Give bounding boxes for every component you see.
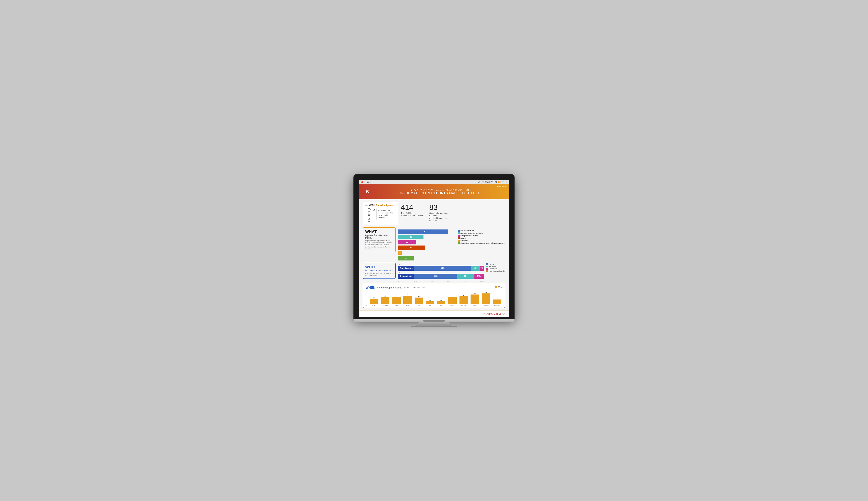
page-number: Page 1 of 4 bbox=[497, 185, 506, 188]
legend-label-text: Stalking bbox=[461, 237, 466, 239]
when-month-value: 43 bbox=[463, 295, 465, 296]
stat-total-label: Total # of ReportsMade to the Title IX O… bbox=[401, 212, 424, 217]
finder-label[interactable]: Finder bbox=[366, 181, 371, 183]
stat-supportive-label: Community members requested &received Su… bbox=[429, 212, 454, 222]
who-x-axis: 0% 20% 40% 60% 80% 100% bbox=[398, 280, 484, 282]
who-respondents-bar: Respondents60%23%14% bbox=[398, 274, 484, 279]
what-legend-item: Discrimination/Harassment based on Sexua… bbox=[458, 242, 505, 244]
macbook-frame: 🍎 Finder 🔈 ⬡ Sun 1:44 PM 📶 🔍 ≡ bbox=[354, 174, 514, 327]
what-bar-7: 7 bbox=[398, 250, 456, 255]
legend-color-box bbox=[458, 237, 460, 239]
checkbox-box-2324[interactable]: ✓ bbox=[365, 209, 367, 211]
who-complainants-block: 23-24Complainants81%12%6% bbox=[398, 264, 484, 271]
when-month-bar bbox=[426, 301, 434, 304]
checkbox-box-2223[interactable] bbox=[365, 214, 367, 216]
what-legend-item: Dating/Domestic Violence bbox=[458, 235, 505, 237]
gear-icon: ⚙ bbox=[372, 208, 375, 212]
when-month-label: November bbox=[483, 305, 489, 306]
who-charts-container: 23-24Complainants81%12%6%23-24Respondent… bbox=[398, 264, 484, 279]
checkbox-2122[interactable]: 21-22 bbox=[365, 218, 371, 222]
top-row: — AY (1) Data Configurator ✓ 23-24 bbox=[363, 202, 505, 225]
report-page: ⛨ TITLE IX ANNUAL REPORT (AY 2023 - 24) … bbox=[359, 184, 509, 317]
who-desc: A report is any information shared with … bbox=[365, 273, 393, 277]
stat-supportive-number: 83 bbox=[429, 204, 454, 211]
who-complainants-title: Complainants bbox=[398, 266, 414, 271]
who-chart-area: 23-24Complainants81%12%6%23-24Respondent… bbox=[398, 263, 484, 282]
config-row: ✓ 23-24 22-23 21-22 bbox=[365, 208, 396, 223]
what-bar-210: 210 bbox=[398, 229, 456, 234]
when-subtitle: were the Reports made? bbox=[377, 286, 402, 289]
checkbox-label-2122: 21-22 bbox=[368, 218, 371, 222]
wifi-icon: 📶 bbox=[498, 181, 501, 183]
checkbox-2223[interactable]: 22-23 bbox=[365, 213, 371, 217]
what-bar-fill: 56 bbox=[398, 256, 414, 260]
when-month-group: 44April bbox=[402, 294, 413, 306]
legend-label-text: Retaliation bbox=[461, 240, 467, 242]
who-complainants-bar: Complainants81%12%6% bbox=[398, 266, 484, 271]
checkbox-2324[interactable]: ✓ 23-24 bbox=[365, 208, 371, 212]
legend-color-box bbox=[458, 235, 460, 237]
footer-title: Title bbox=[490, 313, 496, 316]
bluetooth-icon: ⬡ bbox=[482, 181, 484, 183]
apple-menu-icon[interactable]: 🍎 bbox=[361, 181, 363, 183]
data-configurator[interactable]: — AY (1) Data Configurator ✓ 23-24 bbox=[363, 202, 398, 225]
when-month-bar bbox=[470, 295, 479, 304]
header-line2: INFORMATION ON REPORTS MADE TO TITLE IX bbox=[375, 191, 505, 195]
when-month-bar bbox=[448, 297, 457, 304]
when-month-bar bbox=[392, 297, 401, 304]
when-month-value: 38 bbox=[452, 295, 453, 297]
who-legend-item: Anonymous/Unidentified bbox=[486, 270, 505, 272]
when-header: WHEN were the Reports made? ⚙ selectable… bbox=[366, 286, 502, 289]
who-respondents-seg-0: 60% bbox=[414, 274, 457, 279]
volume-icon: 🔈 bbox=[478, 181, 481, 183]
who-legend-text: Student bbox=[489, 263, 494, 265]
when-month-label: January bbox=[372, 305, 376, 306]
who-complainants-seg-2: 6% bbox=[480, 266, 484, 271]
what-bar-56: 56 bbox=[398, 256, 456, 261]
when-month-group: 39February bbox=[380, 295, 391, 306]
screen-bezel: 🍎 Finder 🔈 ⬡ Sun 1:44 PM 📶 🔍 ≡ bbox=[354, 174, 514, 319]
who-legend: StudentEmployeeNon-affiliateAnonymous/Un… bbox=[486, 263, 505, 272]
who-respondents-block: 23-24Respondents60%23%14% bbox=[398, 272, 484, 279]
who-respondents-seg-2: 14% bbox=[474, 274, 484, 279]
what-bar-92: 92 bbox=[398, 234, 456, 239]
checkbox-box-2122[interactable] bbox=[365, 219, 367, 221]
search-icon[interactable]: 🔍 bbox=[502, 181, 505, 183]
legend-label-text: Discrimination/Harassment based on Sexua… bbox=[461, 242, 505, 244]
svg-text:⛨: ⛨ bbox=[366, 189, 370, 194]
who-section: WHO was involved in the Reports? A repor… bbox=[363, 263, 505, 282]
when-month-label: March bbox=[395, 305, 398, 306]
when-section: WHEN were the Reports made? ⚙ selectable… bbox=[363, 284, 505, 308]
when-y-axis: 58 0 bbox=[366, 295, 367, 306]
legend-color-box bbox=[458, 232, 460, 234]
header-line2-bold: REPORTS bbox=[431, 191, 448, 195]
config-checkboxes: ✓ 23-24 22-23 21-22 bbox=[365, 208, 371, 223]
what-bar-fill: 96 bbox=[398, 246, 425, 250]
when-month-label: July bbox=[440, 305, 442, 306]
who-title: WHO bbox=[365, 265, 393, 269]
who-subtitle: was involved in the Reports? bbox=[365, 269, 393, 272]
legend-label-text: Sexual Assault/Sexual Misconduct bbox=[461, 232, 483, 234]
header-line2-plain: INFORMATION ON bbox=[400, 191, 431, 195]
checkbox-label-2223: 22-23 bbox=[368, 213, 371, 217]
what-legend-item: Sexual Assault/Sexual Misconduct bbox=[458, 232, 505, 234]
when-month-bar bbox=[459, 296, 468, 304]
who-legend-color bbox=[486, 270, 488, 272]
when-month-group: 28January bbox=[369, 297, 379, 306]
when-month-label: June bbox=[428, 305, 431, 306]
when-month-group: 39March bbox=[391, 295, 402, 306]
header-line2-end: MADE TO TITLE IX bbox=[448, 191, 480, 195]
header-line1: TITLE IX ANNUAL REPORT (AY 2023 - 24) bbox=[375, 188, 505, 191]
when-month-value: 39 bbox=[396, 295, 397, 297]
menu-icon[interactable]: ≡ bbox=[506, 181, 507, 183]
what-bars-container: 210926696756 bbox=[398, 229, 456, 261]
what-title: WHAT bbox=[365, 230, 393, 234]
who-legend-color bbox=[486, 266, 488, 267]
when-month-group: 36May bbox=[413, 296, 424, 306]
what-chart-area: 210926696756 Sexual HarassmentSexual Ass… bbox=[398, 227, 505, 261]
when-month-group: 43September bbox=[458, 295, 469, 306]
who-complainants-seg-1: 12% bbox=[471, 266, 480, 271]
when-legend-label: 23-24 bbox=[498, 286, 502, 288]
when-month-value: 28 bbox=[373, 297, 375, 299]
report-header: ⛨ TITLE IX ANNUAL REPORT (AY 2023 - 24) … bbox=[359, 184, 509, 199]
